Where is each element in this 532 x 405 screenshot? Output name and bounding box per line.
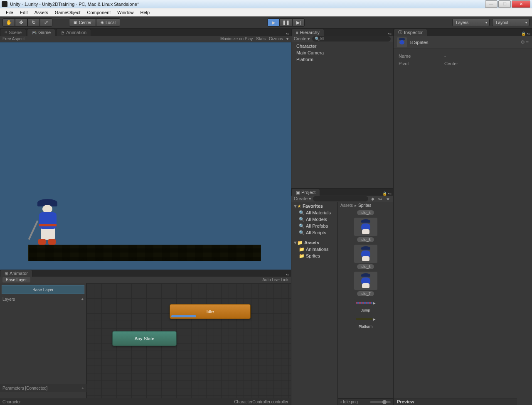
project-tab-options-icon[interactable]: 🔒 ▪≡: [382, 191, 392, 196]
breadcrumb-assets[interactable]: Assets: [340, 203, 353, 208]
layout-label: Layout: [496, 20, 508, 25]
play-button[interactable]: ▶: [267, 18, 280, 27]
inspector-tab-options-icon[interactable]: 🔒 ▪≡: [521, 32, 530, 36]
state-node-idle[interactable]: Idle: [170, 304, 251, 319]
pivot-local-button[interactable]: ◉Local: [96, 18, 120, 27]
menu-gameobject[interactable]: GameObject: [52, 10, 84, 15]
animator-breadcrumb[interactable]: Base Layer: [2, 277, 30, 282]
menu-assets[interactable]: Assets: [31, 10, 52, 15]
menu-component[interactable]: Component: [84, 10, 114, 15]
layers-dropdown[interactable]: Layers: [452, 19, 490, 26]
pause-button[interactable]: ❚❚: [280, 18, 292, 27]
tab-inspector[interactable]: ⓘInspector: [394, 29, 427, 36]
hierarchy-create-dropdown[interactable]: Create ▾: [294, 37, 310, 41]
hand-tool-button[interactable]: ✋: [2, 18, 15, 27]
maximize-button[interactable]: ☐: [498, 0, 511, 8]
pivot-center-button[interactable]: ▣Center: [69, 18, 96, 27]
asset-jump[interactable]: ▸Jump: [352, 299, 380, 312]
viewport-tab-bar: ⌗Scene 🎮Game ◔Animation ▪≡: [0, 29, 291, 36]
filter-by-type-icon[interactable]: ◆: [370, 196, 376, 202]
tab-animator[interactable]: ⊞Animator: [0, 270, 32, 277]
tab-project[interactable]: ▣Project: [291, 189, 320, 196]
inspector-settings-icon[interactable]: ⚙ ≡: [521, 39, 529, 45]
hierarchy-list[interactable]: Character Main Camera Platform: [291, 42, 393, 188]
animator-layer-base[interactable]: Base Layer: [2, 285, 84, 294]
maximize-on-play-toggle[interactable]: Maximize on Play: [220, 37, 253, 41]
thumbnail-size-slider[interactable]: [370, 401, 391, 403]
hierarchy-item-character[interactable]: Character: [291, 43, 393, 49]
project-search-input[interactable]: [313, 196, 368, 201]
minimize-button[interactable]: —: [485, 0, 498, 8]
parameters-label: Parameters [Connected]: [2, 386, 47, 390]
favorites-header[interactable]: ▼★Favorites: [291, 203, 337, 209]
state-node-any[interactable]: Any State: [112, 331, 177, 346]
search-icon: 🔍: [299, 223, 305, 229]
step-button[interactable]: ▶|: [292, 18, 305, 27]
save-search-icon[interactable]: ★: [385, 196, 391, 202]
menu-edit[interactable]: Edit: [17, 10, 31, 15]
hierarchy-item-platform[interactable]: Platform: [291, 56, 393, 63]
move-tool-button[interactable]: ✥: [15, 18, 27, 27]
project-create-label: Create: [294, 196, 308, 201]
asset-idle-5[interactable]: Idle_5: [352, 218, 380, 242]
filter-by-label-icon[interactable]: 🏷: [377, 196, 383, 202]
tab-game[interactable]: 🎮Game: [27, 29, 55, 36]
breadcrumb-sprites[interactable]: Sprites: [358, 203, 371, 208]
folder-icon: 📁: [297, 240, 303, 245]
tab-hierarchy[interactable]: ≡Hierarchy: [291, 29, 324, 36]
hierarchy-item-main-camera[interactable]: Main Camera: [291, 49, 393, 56]
menu-file[interactable]: File: [2, 10, 17, 15]
tab-animation[interactable]: ◔Animation: [56, 29, 91, 36]
project-tree[interactable]: ▼★Favorites 🔍All Materials 🔍All Models 🔍…: [291, 202, 338, 405]
folder-animations[interactable]: 📁Animations: [291, 246, 337, 253]
add-parameter-button[interactable]: +: [81, 386, 84, 390]
favorite-all-prefabs[interactable]: 🔍All Prefabs: [291, 223, 337, 229]
aspect-dropdown[interactable]: Free Aspect: [2, 37, 25, 41]
inspector-title: 8 Sprites: [410, 40, 428, 45]
asset-idle-4[interactable]: Idle_4: [352, 210, 380, 215]
menu-help[interactable]: Help: [137, 10, 153, 15]
inspector-preview-header[interactable]: Preview: [394, 398, 517, 405]
favorite-all-scripts[interactable]: 🔍All Scripts: [291, 229, 337, 236]
close-button[interactable]: ✕: [512, 0, 530, 8]
asset-platform[interactable]: ▸Platform: [352, 315, 380, 329]
tab-scene[interactable]: ⌗Scene: [0, 29, 26, 36]
menu-window[interactable]: Window: [114, 10, 137, 15]
favorite-all-materials[interactable]: 🔍All Materials: [291, 209, 337, 216]
scale-tool-button[interactable]: ⤢: [40, 18, 52, 27]
asset-idle-6[interactable]: Idle_6: [352, 245, 380, 269]
animator-status-bar: Character CharacterController.controller: [0, 398, 291, 405]
asset-idle-7[interactable]: Idle_7: [352, 272, 380, 296]
auto-live-link-toggle[interactable]: Auto Live Link: [262, 277, 288, 282]
game-icon: 🎮: [32, 30, 37, 35]
stats-toggle[interactable]: Stats: [256, 37, 266, 41]
folder-sprites[interactable]: 📁Sprites: [291, 253, 337, 259]
tab-scene-label: Scene: [9, 30, 22, 35]
window-title: Unity - 1.unity - Unity2DTraining - PC, …: [10, 2, 485, 7]
assets-header[interactable]: ▼📁Assets: [291, 239, 337, 246]
gizmos-dropdown[interactable]: Gizmos: [269, 37, 283, 41]
tab-animation-label: Animation: [66, 30, 86, 35]
animator-tab-options-icon[interactable]: ▪≡: [286, 272, 289, 277]
state-idle-label: Idle: [207, 309, 214, 314]
inspector-thumbnail-icon: [397, 37, 407, 47]
animator-sidebar: Base Layer Layers+: [0, 283, 86, 398]
chevron-right-icon: ▸: [355, 203, 357, 208]
folder-icon: 📁: [299, 253, 305, 259]
hierarchy-tab-options-icon[interactable]: ▪≡: [388, 32, 392, 36]
state-progress-bar: [171, 315, 196, 317]
game-view[interactable]: [0, 42, 291, 270]
project-create-dropdown[interactable]: Create ▾: [294, 196, 311, 201]
search-icon: 🔍: [299, 217, 305, 222]
favorite-all-models[interactable]: 🔍All Models: [291, 216, 337, 223]
pivot-center-label: Center: [79, 20, 91, 25]
layout-dropdown[interactable]: Layout: [492, 19, 530, 26]
project-grid[interactable]: Idle_4 Idle_5 Idle_6 Idle_7 ▸Jump ▸Platf…: [338, 209, 393, 398]
tab-options-icon[interactable]: ▪≡: [286, 32, 289, 36]
animator-graph[interactable]: Idle Any State: [86, 283, 291, 398]
gizmos-arrow-icon[interactable]: ▾: [286, 37, 288, 41]
add-layer-button[interactable]: +: [81, 297, 84, 302]
hierarchy-search-input[interactable]: 🔍All: [312, 36, 391, 42]
rotate-tool-button[interactable]: ↻: [27, 18, 40, 27]
state-any-label: Any State: [135, 336, 155, 341]
